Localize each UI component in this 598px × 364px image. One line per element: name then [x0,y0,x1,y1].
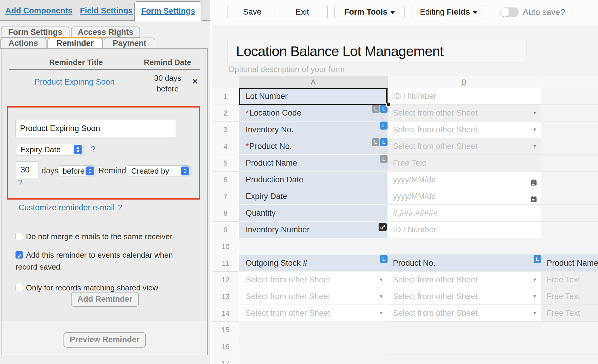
corner-header-cell[interactable] [212,76,239,88]
dropdown-arrow-icon[interactable]: ▼ [379,272,383,288]
remindee-select[interactable]: Created by [127,165,190,176]
cell-a13[interactable]: Select from other Sheet▼ [239,288,388,305]
shared-view-checkbox[interactable] [16,284,23,291]
dropdown-arrow-icon[interactable]: ▼ [532,288,537,304]
cell-b17[interactable] [388,355,541,364]
dropdown-arrow-icon[interactable]: ▼ [532,305,537,321]
form-title-box[interactable]: Location Balance Lot Management [227,40,526,63]
reminder-item-link[interactable]: Product Expiring Soon [30,77,119,87]
editing-fields-dropdown[interactable]: Editing Fields [411,5,486,19]
dropdown-arrow-icon[interactable]: ▼ [532,122,537,138]
cell-a12[interactable]: Select from other Sheet▼ [239,272,388,288]
row-number-cell[interactable]: 7 [212,188,239,205]
exit-button[interactable]: Exit [277,5,328,19]
row-number-cell[interactable]: 8 [212,205,239,222]
row-number-cell[interactable]: 6 [212,172,239,188]
cell-a6[interactable]: Production Date [239,172,388,188]
subtab-form-settings[interactable]: Form Settings [1,27,69,38]
row-number-cell[interactable]: 16 [212,338,239,355]
cell-b15[interactable] [388,322,541,338]
cell-a16[interactable] [239,338,388,355]
row-number-cell[interactable]: 1 [212,88,239,105]
auto-save-toggle[interactable] [500,7,519,17]
events-calendar-checkbox[interactable] [16,251,23,259]
cell-b14[interactable]: Select from other Sheet▼ [388,305,541,322]
subtab-reminder-active[interactable]: Reminder [47,37,103,49]
preview-reminder-button[interactable]: Preview Reminder [63,332,146,348]
row-number-cell[interactable]: 13 [212,288,239,305]
row-number-cell[interactable]: 14 [212,305,239,322]
reminder-field-select[interactable]: Expiry Date [16,144,83,155]
row-number-cell[interactable]: 15 [212,322,239,338]
cell-a4[interactable]: Product No.LL [239,138,388,155]
cell-b7[interactable]: yyyy/MM/dd [388,188,541,205]
cell-a10[interactable] [239,238,388,255]
cell-a14[interactable]: Select from other Sheet▼ [239,305,388,322]
save-button[interactable]: Save [227,5,277,19]
cell-b13[interactable]: Select from other Sheet▼ [388,288,541,305]
field-help-icon[interactable]: ? [91,145,95,154]
cell-b10[interactable] [388,238,541,255]
column-header-a[interactable]: A [239,76,388,88]
cell-c13[interactable]: Free Text [541,288,598,305]
cell-c1[interactable] [541,88,598,105]
column-header-b[interactable]: B [388,76,541,88]
cell-a15[interactable] [239,322,388,338]
dropdown-arrow-icon[interactable]: ▼ [532,272,537,288]
cell-b11[interactable]: Product No.L [388,255,541,272]
row-number-cell[interactable]: 9 [212,222,239,238]
cell-c10[interactable] [541,238,598,255]
column-header-c[interactable] [541,76,598,88]
row-number-cell[interactable]: 3 [212,122,239,138]
form-tools-dropdown[interactable]: Form Tools [334,5,405,19]
cell-b4[interactable]: Select from other Sheet▼ [388,138,541,155]
cell-a5[interactable]: Product NameL [239,155,388,172]
cell-a7[interactable]: Expiry Date [239,188,388,205]
form-description-placeholder[interactable]: Optional description of your form [228,65,345,74]
cell-c17[interactable] [541,355,598,364]
selection-fill-handle[interactable] [386,103,390,107]
nav-field-settings[interactable]: Field Settings [80,6,133,15]
merge-emails-checkbox[interactable] [16,233,23,240]
cell-b9[interactable]: ID / Number [388,222,541,238]
calendar-icon[interactable] [530,192,537,200]
offset-help-icon[interactable]: ? [18,178,22,187]
customize-email-link[interactable]: Customize reminder e-mail [18,203,115,212]
cell-c12[interactable]: Free Text [541,272,598,288]
subtab-access-rights[interactable]: Access Rights [71,27,140,38]
subtab-actions[interactable]: Actions [0,38,47,49]
cell-c5[interactable] [541,155,598,172]
cell-c16[interactable] [541,338,598,355]
cell-a9[interactable]: Inventory Number [239,222,388,238]
row-number-cell[interactable]: 4 [212,138,239,155]
customize-email-help-icon[interactable]: ? [118,203,122,212]
dropdown-arrow-icon[interactable]: ▼ [532,105,537,121]
offset-select[interactable]: before [58,165,95,176]
cell-b6[interactable]: yyyy/MM/dd [388,172,541,188]
cell-a3[interactable]: Inventory No.L [239,122,388,138]
row-number-cell[interactable]: 2 [212,105,239,122]
reminder-title-input[interactable] [16,120,176,137]
cell-c4[interactable] [541,138,598,155]
cell-b8[interactable]: #,###.##### [388,205,541,222]
calendar-icon[interactable] [530,176,537,183]
cell-c8[interactable] [541,205,598,222]
cell-c2[interactable] [541,105,598,122]
cell-a2[interactable]: Location CodeLL [239,105,388,122]
cell-c14[interactable]: Free Text [541,305,598,322]
dropdown-arrow-icon[interactable]: ▼ [532,138,537,154]
row-number-cell[interactable]: 17 [212,355,239,364]
row-number-cell[interactable]: 12 [212,272,239,288]
row-number-cell[interactable]: 5 [212,155,239,172]
cell-a17[interactable] [239,355,388,364]
cell-b5[interactable]: Free Text [388,155,541,172]
cell-c15[interactable] [541,322,598,338]
row-number-cell[interactable]: 11 [212,255,239,272]
cell-c7[interactable] [541,188,598,205]
cell-c6[interactable] [541,172,598,188]
delete-reminder-icon[interactable]: ✕ [192,77,199,86]
nav-tab-form-settings[interactable]: Form Settings [134,1,202,21]
nav-add-components[interactable]: Add Components [5,6,72,15]
cell-c3[interactable] [541,122,598,138]
cell-b3[interactable]: Select from other Sheet▼ [388,122,541,138]
